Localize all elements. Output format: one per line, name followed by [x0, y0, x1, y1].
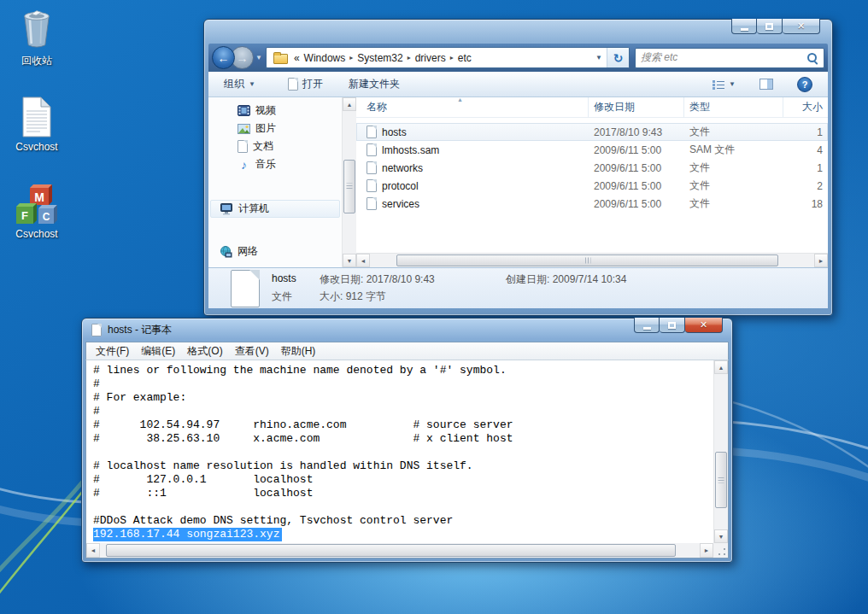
file-list: hosts 2017/8/10 9:43 文件 1 lmhosts.sam 20…: [356, 118, 828, 253]
breadcrumb-item-etc[interactable]: etc: [458, 52, 472, 64]
arrow-right-icon: ►: [818, 258, 824, 264]
scroll-right-button[interactable]: ►: [700, 543, 713, 558]
scrollbar-thumb[interactable]: [106, 544, 676, 557]
back-arrow-icon: ←: [218, 51, 230, 65]
scroll-right-button[interactable]: ►: [814, 254, 828, 267]
file-row-services[interactable]: services 2009/6/11 5:00 文件 18: [356, 195, 828, 213]
open-button[interactable]: 打开: [281, 73, 330, 95]
new-folder-label: 新建文件夹: [349, 77, 400, 91]
column-header-date-modified[interactable]: 修改日期: [589, 97, 684, 117]
close-button[interactable]: ✕: [685, 318, 723, 333]
maximize-button[interactable]: [660, 318, 685, 333]
menu-help[interactable]: 帮助(H): [275, 342, 322, 361]
text-line: # lines or following the machine name de…: [93, 364, 713, 377]
breadcrumb-item-windows[interactable]: Windows: [304, 52, 346, 64]
scrollbar-track[interactable]: [714, 374, 728, 529]
notepad-file-icon: [91, 324, 102, 336]
back-button[interactable]: ←: [212, 46, 235, 69]
arrow-down-icon: ▼: [718, 534, 724, 540]
network-icon: [219, 246, 232, 258]
maximize-button[interactable]: [757, 19, 783, 34]
scrollbar-thumb[interactable]: [396, 254, 778, 266]
desktop-icon-csvchost-file[interactable]: Csvchost: [0, 96, 73, 153]
breadcrumb-item-system32[interactable]: System32: [357, 52, 402, 64]
search-placeholder: 搜索 etc: [641, 50, 806, 65]
views-icon: [713, 79, 724, 90]
arrow-up-icon: ▲: [347, 102, 353, 108]
desktop-icon-label: Csvchost: [0, 228, 73, 240]
breadcrumb-separator-icon: ▸: [349, 54, 353, 61]
scroll-up-button[interactable]: ▲: [714, 360, 728, 374]
desktop-icon-label: 回收站: [0, 54, 73, 68]
sidebar-item-network[interactable]: 网络: [208, 243, 342, 260]
recent-pages-dropdown[interactable]: ▼: [255, 54, 262, 61]
resize-grip[interactable]: [713, 543, 728, 558]
file-row-networks[interactable]: networks 2009/6/11 5:00 文件 1: [356, 159, 828, 177]
notepad-text-area[interactable]: # lines or following the machine name de…: [86, 360, 713, 543]
sidebar-item-videos[interactable]: 视频: [208, 102, 342, 120]
notepad-vertical-scrollbar[interactable]: ▲ ▼: [713, 360, 728, 543]
scrollbar-track[interactable]: [370, 254, 814, 267]
text-line: [93, 446, 713, 459]
notepad-horizontal-scrollbar[interactable]: ◄ ►: [86, 543, 713, 558]
details-size: 大小: 912 字节: [320, 289, 506, 304]
thumb-grip: [584, 258, 590, 264]
column-header-name[interactable]: 名称: [356, 97, 589, 117]
sidebar-item-documents[interactable]: 文档: [208, 137, 342, 155]
desktop-icon-csvchost-app[interactable]: M F C Csvchost: [0, 181, 73, 240]
close-button[interactable]: ✕: [783, 19, 820, 34]
file-icon: [367, 126, 377, 138]
new-folder-button[interactable]: 新建文件夹: [342, 73, 407, 95]
scrollbar-thumb[interactable]: [343, 160, 355, 213]
menu-edit[interactable]: 编辑(E): [135, 342, 181, 361]
scrollbar-track[interactable]: [343, 111, 356, 254]
sidebar-vertical-scrollbar[interactable]: ▲ ▼: [342, 97, 356, 267]
scrollbar-track[interactable]: [100, 543, 700, 558]
file-list-horizontal-scrollbar[interactable]: ◄ ►: [356, 253, 828, 267]
maximize-icon: [668, 322, 676, 329]
scroll-up-button[interactable]: ▲: [343, 97, 356, 111]
search-input[interactable]: 搜索 etc: [635, 48, 824, 68]
selected-text: 192.168.17.44 songzai123.xyz: [93, 528, 282, 541]
column-header-size[interactable]: 大小: [783, 97, 828, 117]
menu-format[interactable]: 格式(O): [181, 342, 228, 361]
desktop-icon-recycle-bin[interactable]: 回收站: [0, 9, 73, 68]
file-row-lmhosts[interactable]: lmhosts.sam 2009/6/11 5:00 SAM 文件 4: [356, 141, 828, 159]
breadcrumb-collapse[interactable]: «: [294, 52, 300, 64]
address-bar[interactable]: « Windows ▸ System32 ▸ drivers ▸ etc ▼ ↻: [266, 47, 630, 68]
minimize-button[interactable]: [731, 19, 757, 34]
file-row-protocol[interactable]: protocol 2009/6/11 5:00 文件 2: [356, 177, 828, 195]
change-view-button[interactable]: ▼: [706, 76, 742, 93]
breadcrumb: « Windows ▸ System32 ▸ drivers ▸ etc: [267, 52, 591, 64]
help-button[interactable]: ?: [790, 73, 819, 96]
column-header-type[interactable]: 类型: [684, 97, 783, 117]
svg-text:F: F: [21, 209, 28, 222]
sidebar-item-computer[interactable]: 计算机: [210, 200, 340, 218]
minimize-button[interactable]: [634, 318, 660, 333]
preview-pane-button[interactable]: [753, 75, 780, 93]
menu-view[interactable]: 查看(V): [229, 342, 275, 361]
file-row-hosts[interactable]: hosts 2017/8/10 9:43 文件 1: [356, 123, 828, 141]
videos-icon: [238, 105, 250, 116]
refresh-button[interactable]: ↻: [607, 48, 629, 67]
notepad-titlebar[interactable]: hosts - 记事本 ✕: [85, 319, 729, 342]
scrollbar-thumb[interactable]: [715, 452, 727, 508]
scroll-left-button[interactable]: ◄: [356, 254, 370, 267]
breadcrumb-item-drivers[interactable]: drivers: [415, 52, 446, 64]
notepad-window: hosts - 记事本 ✕ 文件(F) 编辑(E) 格式(O) 查看(V) 帮助…: [81, 318, 733, 563]
explorer-titlebar[interactable]: ✕: [208, 20, 828, 44]
scroll-left-button[interactable]: ◄: [86, 543, 100, 558]
computer-icon: [220, 203, 233, 215]
menu-file[interactable]: 文件(F): [90, 342, 135, 361]
sidebar-item-music[interactable]: ♪ 音乐: [208, 155, 342, 173]
scroll-down-button[interactable]: ▼: [714, 529, 728, 543]
arrow-left-icon: ◄: [91, 547, 97, 553]
sidebar-item-label: 文档: [253, 139, 273, 154]
details-file-name: hosts: [272, 272, 320, 287]
sidebar-item-pictures[interactable]: 图片: [208, 120, 342, 137]
navigation-pane: 视频 图片 文档 ♪ 音乐: [208, 97, 342, 267]
organize-button[interactable]: 组织 ▼: [217, 73, 262, 95]
scroll-down-button[interactable]: ▼: [343, 254, 356, 267]
address-dropdown-button[interactable]: ▼: [591, 48, 607, 67]
help-icon: ?: [797, 77, 812, 92]
